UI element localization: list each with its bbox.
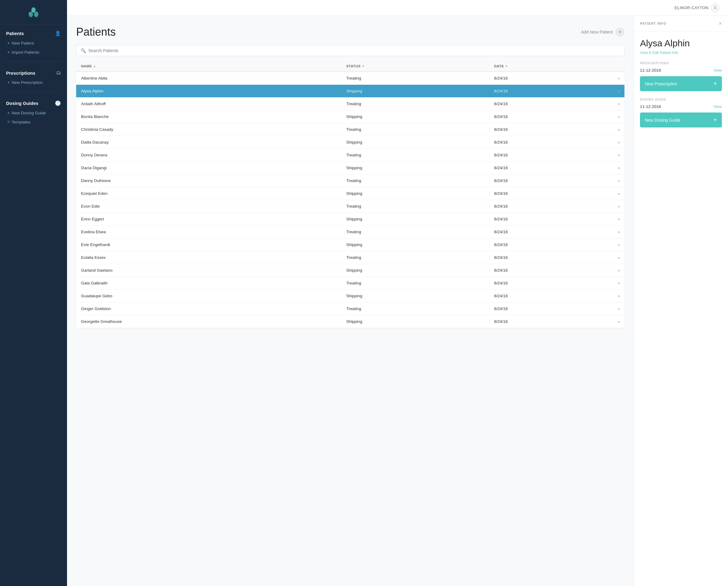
table-row[interactable]: Dacia Digangi Shipping 8/24/16 ›	[76, 162, 624, 174]
table-row[interactable]: Ezequiel Eden Shipping 8/24/16 ›	[76, 187, 624, 200]
new-dosing-guide-plus: +	[713, 117, 717, 123]
prescription-view-link[interactable]: View	[713, 68, 722, 73]
patient-date-cell: 8/24/16	[489, 187, 614, 200]
sidebar-logo	[0, 0, 67, 25]
row-arrow-icon: ›	[614, 315, 625, 328]
patient-name-cell: Ginger Goldston	[76, 302, 341, 315]
row-arrow-icon: ›	[614, 72, 625, 85]
patient-date-cell: 8/24/16	[489, 290, 614, 302]
app-logo-icon	[28, 7, 39, 19]
col-status[interactable]: STATUS ▼	[341, 61, 489, 72]
sidebar-item-label: New Prescription	[11, 80, 43, 85]
row-arrow-icon: ›	[614, 226, 625, 239]
patient-name-cell: Eulalia Essex	[76, 251, 341, 264]
dosing-guides-icon: 🕐	[55, 100, 61, 106]
table-row[interactable]: Eulalia Essex Treating 8/24/16 ›	[76, 251, 624, 264]
row-arrow-icon: ›	[614, 302, 625, 315]
patient-name-cell: Evie Engelhardt	[76, 239, 341, 251]
row-arrow-icon: ›	[614, 264, 625, 277]
add-new-patient-button[interactable]: Add New Patient +	[581, 27, 624, 36]
patient-name-cell: Bonita Blanche	[76, 111, 341, 123]
table-row[interactable]: Albertine Abila Treating 8/24/16 ›	[76, 72, 624, 85]
patient-status-cell: Treating	[341, 72, 489, 85]
sidebar-item-label: Templates	[11, 120, 30, 124]
row-arrow-icon: ›	[614, 149, 625, 162]
patient-date-cell: 8/24/16	[489, 200, 614, 213]
patient-date-cell: 8/24/16	[489, 302, 614, 315]
sidebar: Patients 👤 + New Patient + Import Patien…	[0, 0, 67, 586]
patient-name-cell: Danny Dufresne	[76, 174, 341, 187]
svg-point-0	[31, 7, 36, 13]
patient-date-cell: 8/24/16	[489, 111, 614, 123]
search-input[interactable]	[88, 48, 620, 53]
row-arrow-icon: ›	[614, 111, 625, 123]
panel-body: Alysa Alphin View & Edit Patient Info PR…	[634, 31, 728, 141]
sidebar-item-new-patient[interactable]: + New Patient	[6, 39, 61, 47]
patient-date-cell: 8/24/16	[489, 149, 614, 162]
prescriptions-section-label: PRESCRIPTIONS	[640, 62, 722, 65]
patients-table: NAME ▲ STATUS ▼ DATE	[76, 61, 624, 328]
col-date[interactable]: DATE ▼	[489, 61, 614, 72]
patient-date-cell: 8/24/16	[489, 98, 614, 111]
prescription-info-row: 11-12-2016 View	[640, 68, 722, 73]
patient-name-cell: Ardath Althoff	[76, 98, 341, 111]
patient-name-cell: Georgette Greathouse	[76, 315, 341, 328]
table-row[interactable]: Evelina Elsea Treating 8/24/16 ›	[76, 226, 624, 239]
patient-date-cell: 8/24/16	[489, 72, 614, 85]
user-info: ELINOR CAYTON	[675, 4, 720, 12]
patient-date-cell: 8/24/16	[489, 174, 614, 187]
row-arrow-icon: ›	[614, 213, 625, 226]
table-row[interactable]: Alysa Alphin Shipping 8/24/16 ›	[76, 85, 624, 98]
patient-date-cell: 8/24/16	[489, 251, 614, 264]
table-row[interactable]: Christinia Casady Treating 8/24/16 ›	[76, 123, 624, 136]
topbar: ELINOR CAYTON	[67, 0, 728, 16]
user-avatar-icon[interactable]	[711, 4, 720, 12]
new-prescription-button[interactable]: New Prescription +	[640, 76, 722, 91]
table-row[interactable]: Bonita Blanche Shipping 8/24/16 ›	[76, 111, 624, 123]
dosing-guide-view-link[interactable]: View	[713, 104, 722, 109]
prescription-date: 11-12-2016	[640, 68, 661, 73]
table-row[interactable]: Donny Devera Treating 8/24/16 ›	[76, 149, 624, 162]
table-row[interactable]: Dalila Dacanay Shipping 8/24/16 ›	[76, 136, 624, 149]
patients-icon: 👤	[55, 30, 61, 36]
search-icon: 🔍	[81, 48, 86, 53]
table-row[interactable]: Garland Gaetano Shipping 8/24/16 ›	[76, 264, 624, 277]
patient-date-cell: 8/24/16	[489, 85, 614, 98]
table-row[interactable]: Gala Galbraith Treating 8/24/16 ›	[76, 277, 624, 290]
new-dosing-guide-button[interactable]: New Dosing Guide +	[640, 113, 722, 127]
row-arrow-icon: ›	[614, 277, 625, 290]
table-row[interactable]: Danny Dufresne Treating 8/24/16 ›	[76, 174, 624, 187]
patient-status-cell: Shipping	[341, 187, 489, 200]
sidebar-item-new-dosing-guide[interactable]: + New Dosing Guide	[6, 108, 61, 117]
plus-icon: +	[7, 41, 10, 45]
table-row[interactable]: Georgette Greathouse Shipping 8/24/16 ›	[76, 315, 624, 328]
patient-status-cell: Shipping	[341, 162, 489, 174]
patient-status-cell: Treating	[341, 277, 489, 290]
search-bar: 🔍	[76, 45, 624, 56]
row-arrow-icon: ›	[614, 136, 625, 149]
patient-date-cell: 8/24/16	[489, 264, 614, 277]
col-name[interactable]: NAME ▲	[76, 61, 341, 72]
sidebar-item-import-patients[interactable]: + Import Patients	[6, 48, 61, 56]
new-dosing-guide-label: New Dosing Guide	[645, 118, 680, 123]
patient-status-cell: Treating	[341, 149, 489, 162]
table-row[interactable]: Guadalupe Gebo Shipping 8/24/16 ›	[76, 290, 624, 302]
row-arrow-icon: ›	[614, 85, 625, 98]
sidebar-item-templates[interactable]: = Templates	[6, 118, 61, 126]
sidebar-item-new-prescription[interactable]: + New Prescription	[6, 78, 61, 87]
close-panel-button[interactable]: ×	[719, 21, 722, 26]
content-area: Patients Add New Patient + 🔍 NAME	[67, 16, 728, 586]
table-row[interactable]: Ardath Althoff Treating 8/24/16 ›	[76, 98, 624, 111]
row-arrow-icon: ›	[614, 98, 625, 111]
new-prescription-label: New Prescription	[645, 81, 677, 86]
table-row[interactable]: Ginger Goldston Treating 8/24/16 ›	[76, 302, 624, 315]
table-row[interactable]: Evie Engelhardt Shipping 8/24/16 ›	[76, 239, 624, 251]
page-header: Patients Add New Patient +	[76, 26, 624, 39]
row-arrow-icon: ›	[614, 251, 625, 264]
table-row[interactable]: Evon Edie Treating 8/24/16 ›	[76, 200, 624, 213]
table-row[interactable]: Erinn Eggert Shipping 8/24/16 ›	[76, 213, 624, 226]
dosing-guide-info-row: 11-12-2016 View	[640, 104, 722, 109]
sidebar-prescriptions-label: Prescriptions	[6, 70, 35, 76]
patient-status-cell: Shipping	[341, 290, 489, 302]
view-edit-patient-link[interactable]: View & Edit Patient Info	[640, 51, 678, 55]
